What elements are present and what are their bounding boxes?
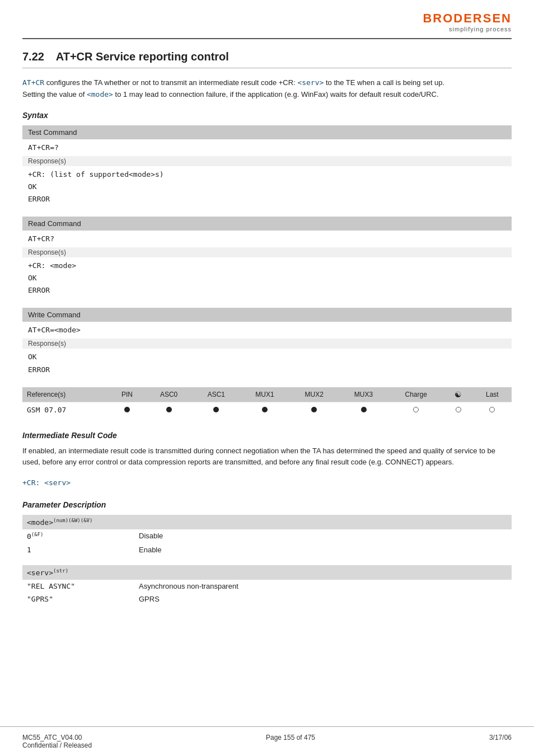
mode-code: <mode> [87,90,113,98]
ref-asc1-dot [193,402,240,417]
serv-async-value: Asynchronous non-transparent [134,580,512,593]
filled-dot-mux1 [262,407,268,412]
read-command-header: Read Command [22,217,512,231]
intermediate-result-code: +CR: <serv> [22,477,512,489]
mode-1-key: 1 [22,543,134,556]
filled-dot-pin [124,407,130,412]
ref-col-mux2: MUX2 [289,387,339,402]
read-response-label: Response(s) [22,247,512,257]
ref-col-asc0: ASC0 [145,387,193,402]
ref-pin-dot [109,402,145,417]
ref-mux3-dot [339,402,388,417]
serv-gprs-row: "GPRS" GPRS [22,593,512,605]
ref-mux1-dot [240,402,289,417]
ref-header-row: Reference(s) PIN ASC0 ASC1 MUX1 MUX2 MUX… [22,387,512,402]
mode-header-row: <mode>(num)(&W)(&V) [22,515,512,529]
serv-async-row: "REL ASYNC" Asynchronous non-transparent [22,580,512,593]
footer-status: Confidential / Released [22,741,92,749]
section-number: 7.22 [22,50,44,63]
mode-0-key: 0(&F) [22,529,134,543]
filled-dot-asc1 [213,407,219,412]
mode-0-value: Disable [134,529,512,543]
description-block: AT+CR configures the TA whether or not t… [22,77,512,101]
test-command-header-row: Test Command AT+CR=? Response(s) +CR: (l… [22,125,512,208]
read-command-value: AT+CR? [22,231,512,247]
test-command-header: Test Command [22,125,512,139]
ref-col-icon: ☯ [444,387,473,402]
logo: BRODERSEN simplifying process [423,11,512,32]
desc-line2b: to 1 may lead to connection failure, if … [115,90,439,98]
write-command-header: Write Command [22,308,512,322]
serv-gprs-key: "GPRS" [22,593,134,605]
ref-col-mux1: MUX1 [240,387,289,402]
reference-table: Reference(s) PIN ASC0 ASC1 MUX1 MUX2 MUX… [22,387,512,417]
ref-icon-dot [444,402,473,417]
filled-dot-mux2 [311,407,317,412]
ref-asc0-dot [145,402,193,417]
footer-left: MC55_ATC_V04.00 Confidential / Released [22,734,92,749]
serv-param-table: <serv>(str) "REL ASYNC" Asynchronous non… [22,565,512,605]
serv-async-key: "REL ASYNC" [22,580,134,593]
page-footer: MC55_ATC_V04.00 Confidential / Released … [0,726,534,756]
section-name: AT+CR Service reporting control [56,50,229,63]
read-response-values: +CR: <mode> OK ERROR [22,257,512,299]
syntax-title: Syntax [22,111,512,120]
footer-doc-id: MC55_ATC_V04.00 [22,734,92,741]
write-response-values: OK ERROR [22,349,512,378]
test-response-values: +CR: (list of supported<mode>s) OK ERROR [22,166,512,208]
ref-col-references: Reference(s) [22,387,109,402]
empty-dot-charge [413,407,419,412]
intermediate-result-title: Intermediate Result Code [22,431,512,440]
serv-gprs-value: GPRS [134,593,512,605]
logo-name: BRODERSEN [423,11,512,26]
test-response-label: Response(s) [22,156,512,166]
empty-dot-icon [456,407,461,412]
ref-gsm: GSM 07.07 [22,402,109,417]
ref-col-pin: PIN [109,387,145,402]
mode-0-row: 0(&F) Disable [22,529,512,543]
write-response-label: Response(s) [22,339,512,349]
ref-col-charge: Charge [388,387,444,402]
ref-data-row: GSM 07.07 [22,402,512,417]
filled-dot-mux3 [361,407,367,412]
ref-mux2-dot [289,402,339,417]
footer-center: Page 155 of 475 [266,734,315,749]
atcr-code: AT+CR [22,78,44,87]
mode-1-value: Enable [134,543,512,556]
write-command-table: Write Command AT+CR=<mode> Response(s) O… [22,308,512,378]
logo-subtitle: simplifying process [423,26,512,32]
ref-col-asc1: ASC1 [193,387,240,402]
empty-dot-last [489,407,495,412]
read-command-table: Read Command AT+CR? Response(s) +CR: <mo… [22,217,512,299]
test-command-table: Test Command AT+CR=? Response(s) +CR: (l… [22,125,512,208]
page-header: BRODERSEN simplifying process [22,11,512,39]
desc-line2a: Setting the value of [22,90,87,98]
serv-code: <serv> [297,78,324,87]
desc-line1a: configures the TA whether or not to tran… [46,78,298,87]
section-title: 7.22 AT+CR Service reporting control [22,50,512,68]
intermediate-result-desc: If enabled, an intermediate result code … [22,445,512,469]
serv-header-row: <serv>(str) [22,565,512,580]
ref-last-dot [473,402,512,417]
ref-charge-dot [388,402,444,417]
write-command-value: AT+CR=<mode> [22,322,512,339]
mode-param-table: <mode>(num)(&W)(&V) 0(&F) Disable 1 Enab… [22,515,512,556]
footer-date: 3/17/06 [489,734,512,749]
mode-1-row: 1 Enable [22,543,512,556]
serv-header-cell: <serv>(str) [22,565,512,580]
test-command-value: AT+CR=? [22,139,512,156]
filled-dot-asc0 [166,407,172,412]
ref-col-mux3: MUX3 [339,387,388,402]
ref-col-last: Last [473,387,512,402]
param-desc-title: Parameter Description [22,500,512,509]
desc-line1b: to the TE when a call is being set up. [326,78,444,87]
mode-header-cell: <mode>(num)(&W)(&V) [22,515,512,529]
